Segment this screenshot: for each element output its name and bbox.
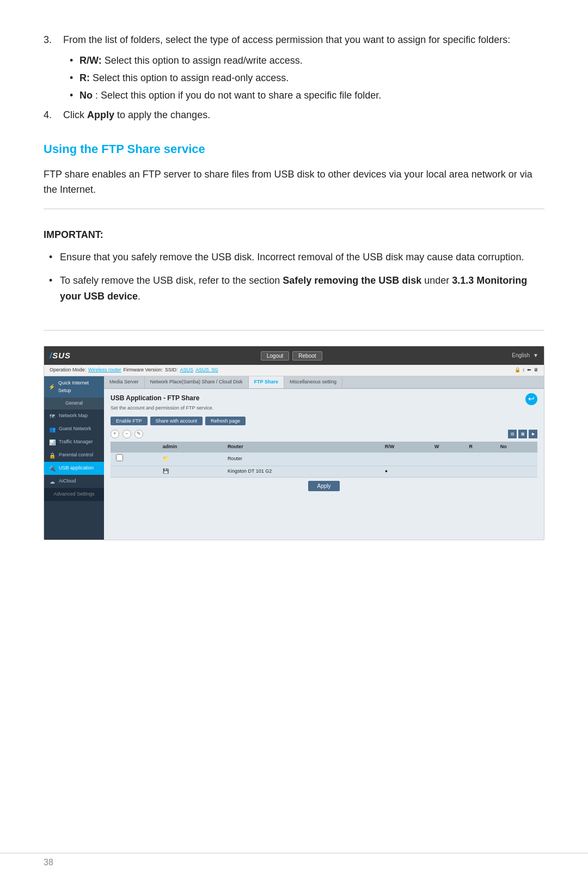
- section-body: FTP share enables an FTP server to share…: [44, 167, 544, 198]
- sub-rw: ●: [382, 466, 431, 477]
- parental-control-icon: 🔒: [48, 451, 56, 459]
- step-4-text: Click Apply to apply the changes.: [63, 108, 210, 123]
- table-header-row: admin Router R/W W R No: [111, 442, 537, 453]
- sidebar-item-network-map[interactable]: 🗺 Network Map: [44, 410, 104, 423]
- aicloud-icon: ☁: [48, 478, 56, 485]
- tab-network-place[interactable]: Network Place(Samba) Share / Cloud Disk: [145, 376, 249, 388]
- logo-text: SUS: [52, 351, 71, 360]
- file-icon-1: ▤: [508, 430, 517, 438]
- safely-removing-bold: Safely removing the USB disk: [283, 275, 421, 286]
- col-w: W: [431, 442, 465, 453]
- quick-internet-icon: ⚡: [48, 383, 56, 391]
- important-bullet-2: To safely remove the USB disk, refer to …: [49, 273, 544, 304]
- col-username: admin: [160, 442, 224, 453]
- important-block: IMPORTANT: Ensure that you safely remove…: [44, 220, 544, 319]
- ftp-table: admin Router R/W W R No: [111, 442, 537, 478]
- sub-device: Kingston DT 101 G2: [224, 466, 382, 477]
- logout-button[interactable]: Logout: [261, 351, 290, 360]
- parental-control-label: Parental control: [59, 451, 93, 459]
- sub-no: [497, 466, 537, 477]
- tab-ftp-share-label: FTP Share: [254, 379, 278, 384]
- status-left: Operation Mode: Wireless router Firmware…: [50, 366, 218, 374]
- bullet-no-label: No: [79, 90, 93, 101]
- router-sidebar: ⚡ Quick Internet Setup General 🗺 Network…: [44, 376, 104, 540]
- col-no: No: [497, 442, 537, 453]
- router-logo: /SUS: [50, 349, 71, 362]
- tab-misc-settings[interactable]: Miscellaneous setting: [284, 376, 342, 388]
- language-label: English: [512, 351, 530, 360]
- bullet-no: No : Select this option if you do not wa…: [70, 88, 544, 103]
- main-title: USB Application - FTP Share: [111, 393, 537, 404]
- share-with-account-button[interactable]: Share with account: [150, 417, 203, 425]
- main-content-area: ↩ USB Application - FTP Share Set the ac…: [104, 389, 544, 499]
- table-row-router: 📁 Router: [111, 453, 537, 466]
- table-row-kingston: 💾 Kingston DT 101 G2 ●: [111, 466, 537, 477]
- important-bullet-1: Ensure that you safely remove the USB di…: [49, 249, 544, 265]
- traffic-manager-icon: 📊: [48, 438, 56, 446]
- remove-icon[interactable]: −: [122, 430, 131, 438]
- status-icon-3: ⬅: [527, 366, 531, 374]
- back-button[interactable]: ↩: [525, 393, 537, 405]
- row-rw: [382, 453, 431, 466]
- ssid-label: SSID:: [165, 366, 178, 374]
- refresh-page-button[interactable]: Refresh page: [205, 417, 246, 425]
- status-icon-1: 🔒: [514, 366, 520, 374]
- important-bullets: Ensure that you safely remove the USB di…: [49, 249, 544, 304]
- sidebar-item-usb-application[interactable]: 🔌 USB application: [44, 462, 104, 475]
- reboot-button[interactable]: Reboot: [292, 351, 322, 360]
- page-number: 38: [44, 856, 53, 870]
- tab-bar: Media Server Network Place(Samba) Share …: [104, 376, 544, 389]
- firmware-label: Firmware Version:: [124, 366, 163, 374]
- aicloud-label: AiCloud: [59, 478, 76, 485]
- step-4: 4. Click Apply to apply the changes.: [44, 108, 544, 123]
- row-r: [465, 453, 497, 466]
- important-label: IMPORTANT:: [44, 228, 544, 243]
- tab-media-server-label: Media Server: [109, 379, 139, 384]
- divider-top: [44, 209, 544, 209]
- apply-button[interactable]: Apply: [308, 481, 339, 491]
- network-map-icon: 🗺: [48, 412, 56, 420]
- file-icon-2: ▦: [518, 430, 527, 438]
- divider-bottom: [44, 330, 544, 331]
- col-rw: R/W: [382, 442, 431, 453]
- sidebar-advanced-settings[interactable]: Advanced Settings: [44, 488, 104, 501]
- bullet-rw-text: Select this option to assign read/write …: [105, 55, 303, 66]
- bullet-rw: R/W: Select this option to assign read/w…: [70, 53, 544, 69]
- enable-ftp-button[interactable]: Enable FTP: [111, 417, 148, 425]
- row-folder-icon: 📁: [160, 453, 224, 466]
- status-icon-2: ↕: [523, 366, 525, 374]
- col-r: R: [465, 442, 497, 453]
- action-buttons: Enable FTP Share with account Refresh pa…: [111, 417, 537, 425]
- row-checkbox[interactable]: [111, 453, 160, 466]
- sidebar-item-guest-network[interactable]: 👥 Guest Network: [44, 423, 104, 436]
- topbar-buttons: Logout Reboot: [261, 351, 322, 360]
- guest-network-label: Guest Network: [59, 425, 91, 433]
- sub-checkbox[interactable]: [111, 466, 160, 477]
- wireless-router-link[interactable]: Wireless router: [88, 366, 121, 374]
- bullet-rw-label: R/W:: [79, 55, 102, 66]
- router-ui: /SUS Logout Reboot English ▼ Operation M…: [44, 346, 544, 539]
- quick-internet-label: Quick Internet Setup: [58, 380, 100, 395]
- guest-network-icon: 👥: [48, 425, 56, 433]
- op-mode-label: Operation Mode:: [50, 366, 86, 374]
- router-screenshot: /SUS Logout Reboot English ▼ Operation M…: [44, 346, 544, 540]
- usb-application-icon: 🔌: [48, 465, 56, 472]
- add-icon[interactable]: +: [111, 430, 119, 438]
- edit-icon[interactable]: ✎: [134, 430, 143, 438]
- row-path: Router: [224, 453, 382, 466]
- file-icon-3: ▶: [529, 430, 537, 438]
- col-checkbox: [111, 442, 160, 453]
- tab-media-server[interactable]: Media Server: [104, 376, 145, 388]
- tab-ftp-share[interactable]: FTP Share: [249, 376, 284, 388]
- sidebar-item-traffic-manager[interactable]: 📊 Traffic Manager: [44, 436, 104, 449]
- sub-icon: 💾: [160, 466, 224, 477]
- sub-w: [431, 466, 465, 477]
- sidebar-item-parental-control[interactable]: 🔒 Parental control: [44, 449, 104, 462]
- sidebar-general: General: [44, 398, 104, 410]
- file-icons: ▤ ▦ ▶: [508, 430, 537, 438]
- row-no: [497, 453, 537, 466]
- ssid-val2: ASUS_5G: [195, 366, 218, 374]
- sidebar-quick-internet[interactable]: ⚡ Quick Internet Setup: [44, 376, 104, 398]
- sidebar-item-aicloud[interactable]: ☁ AiCloud: [44, 475, 104, 488]
- checkbox-router[interactable]: [116, 454, 123, 461]
